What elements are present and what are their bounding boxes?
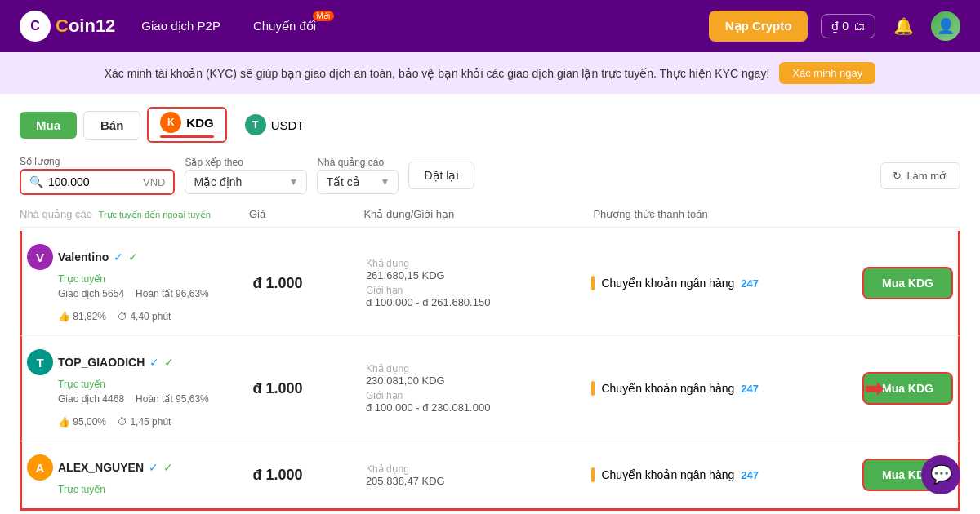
refresh-icon: ↻ [893,170,902,182]
available-label-top: Khả dụng [366,363,592,374]
nav-p2p[interactable]: Giao dịch P2P [141,19,220,33]
refresh-button[interactable]: ↻ Làm mới [880,162,960,189]
advertiser-header-top: T TOP_GIAODICH ✓ ✓ [27,349,253,375]
wallet-icon: 🗂 [853,20,865,33]
price-alex: đ 1.000 [253,467,366,484]
completion-top: Hoàn tất 95,63% [136,393,209,405]
limit-label-valentino: Giới hạn [366,285,592,296]
chat-icon: 💬 [930,464,952,485]
price-valentino: đ 1.000 [253,275,366,292]
advertiser-chevron: ▼ [381,176,390,188]
kyc-banner: Xác minh tài khoản (KYC) sẽ giúp bạn gia… [0,52,980,94]
tab-usdt-label: USDT [271,118,305,132]
sort-select[interactable]: Mặc định ▼ [185,170,307,194]
kyc-button[interactable]: Xác minh ngay [779,62,875,84]
available-value-valentino: 261.680,15 KDG [366,269,592,281]
advertiser-col-label: Nhà quảng cáo [20,208,92,220]
reset-wrap: Đặt lại [408,162,474,189]
online-filter-label: Trực tuyến đến ngoại tuyến [99,210,211,219]
thumbs-valentino: 👍 81,82% [58,311,106,322]
filters-bar: Số lượng 🔍 VND Sắp xếp theo Mặc định ▼ N… [20,156,960,195]
transactions-top: Giao dịch 4468 [58,393,124,405]
tab-kdg[interactable]: K KDG [147,107,226,143]
so-luong-label: Số lượng [20,156,175,167]
reset-button[interactable]: Đặt lại [408,162,474,189]
advertiser-value: Tất cả [326,175,375,188]
limit-alex: Khả dụng 205.838,47 KDG [366,463,592,487]
payment-text-top: Chuyển khoản ngân hàng [601,382,734,395]
action-valentino: Mua KDG [817,267,953,299]
kdg-coin-icon: K [160,112,181,133]
logo-icon: C [20,11,51,42]
available-value-top: 230.081,00 KDG [366,374,592,387]
tab-ban-button[interactable]: Bán [83,111,140,140]
filter-nha-quang-cao: Nhà quảng cáo Tất cả ▼ [317,157,399,194]
table-body: V Valentino ✓ ✓ Trực tuyến Giao dịch 565… [20,231,960,511]
payment-top: Chuyển khoản ngân hàng 247 ➡ [591,381,817,396]
table-row: V Valentino ✓ ✓ Trực tuyến Giao dịch 565… [20,231,960,336]
available-value-alex: 205.838,47 KDG [366,475,592,487]
header-right: Nạp Crypto ₫ 0 🗂 🔔 👤 [709,11,960,42]
nav-convert[interactable]: Chuyển đổi Mới [253,19,316,33]
tab-mua-button[interactable]: Mua [20,112,77,139]
available-label-alex: Khả dụng [366,463,592,475]
logo[interactable]: C Coin12 [20,11,115,42]
buy-button-valentino[interactable]: Mua KDG [862,267,953,299]
col-price-header: Giá [249,208,363,220]
amount-input[interactable] [48,175,138,188]
amount-input-wrap[interactable]: 🔍 VND [20,169,175,195]
avatar-image: 👤 [931,11,960,41]
currency-suffix: VND [143,176,165,188]
payment-alex: Chuyển khoản ngân hàng 247 [591,467,817,482]
chat-bubble-button[interactable]: 💬 [921,455,960,494]
action-top: Mua KDG [817,372,953,405]
transactions-valentino: Giao dịch 5654 [58,288,124,299]
payment-bar-alex [591,467,595,482]
kyc-text: Xác minh tài khoản (KYC) sẽ giúp bạn gia… [105,67,770,80]
advertiser-header-valentino: V Valentino ✓ ✓ [27,244,253,270]
nap-crypto-button[interactable]: Nạp Crypto [709,11,808,42]
sort-value: Mặc định [194,175,283,188]
verified-blue-valentino: ✓ [114,250,123,264]
tab-kdg-underline [160,135,213,138]
wallet-info[interactable]: ₫ 0 🗂 [821,14,875,38]
tab-kdg-label: KDG [186,116,213,130]
limit-valentino: Khả dụng 261.680,15 KDG Giới hạn đ 100.0… [366,258,592,308]
time-valentino: ⏱ 4,40 phút [118,311,171,322]
advertiser-header-alex: A ALEX_NGUYEN ✓ ✓ [27,454,253,481]
verified-blue-top: ✓ [149,356,159,369]
stats-top: Giao dịch 4468 Hoàn tất 95,63% 👍 95,00% … [58,393,253,428]
completion-valentino: Hoàn tất 96,63% [136,288,209,299]
logo-text: Coin12 [56,16,115,37]
advertiser-top: T TOP_GIAODICH ✓ ✓ Trực tuyến Giao dịch … [27,349,253,428]
limit-label-top: Giới hạn [366,390,592,401]
limit-top: Khả dụng 230.081,00 KDG Giới hạn đ 100.0… [366,363,592,414]
avatar-top: T [27,349,53,375]
tab-usdt[interactable]: T USDT [234,109,316,140]
name-valentino: Valentino [58,250,109,264]
search-icon: 🔍 [29,175,43,188]
avatar-alex: A [27,454,53,481]
available-label-valentino: Khả dụng [366,258,592,269]
verified-green-top: ✓ [164,356,174,369]
limit-value-valentino: đ 100.000 - đ 261.680.150 [366,296,592,308]
red-arrow-indicator: ➡ [864,375,883,402]
table-row: T TOP_GIAODICH ✓ ✓ Trực tuyến Giao dịch … [20,336,960,441]
advertiser-alex: A ALEX_NGUYEN ✓ ✓ Trực tuyến [27,454,253,495]
payment-bar-top [591,381,595,396]
status-valentino: Trực tuyến [58,273,253,285]
col-advertiser-header: Nhà quảng cáo Trực tuyến đến ngoại tuyến [20,208,249,220]
refresh-label: Làm mới [906,170,948,182]
filter-sap-xep: Sắp xếp theo Mặc định ▼ [185,157,307,194]
verified-blue-alex: ✓ [149,461,158,474]
main-content: Mua Bán K KDG T USDT Số lượng 🔍 VND S [0,94,980,514]
bell-icon[interactable]: 🔔 [889,11,918,41]
advertiser-select[interactable]: Tất cả ▼ [317,170,399,194]
col-limit-header: Khả dụng/Giới hạn [363,208,593,220]
user-avatar[interactable]: 👤 [931,11,960,41]
table-header: Nhà quảng cáo Trực tuyến đến ngoại tuyến… [20,202,960,228]
table-row: A ALEX_NGUYEN ✓ ✓ Trực tuyến đ 1.000 Khả… [20,441,960,511]
status-alex: Trực tuyến [58,484,253,495]
payment-text-alex: Chuyển khoản ngân hàng [601,468,734,481]
limit-value-top: đ 100.000 - đ 230.081.000 [366,401,592,414]
